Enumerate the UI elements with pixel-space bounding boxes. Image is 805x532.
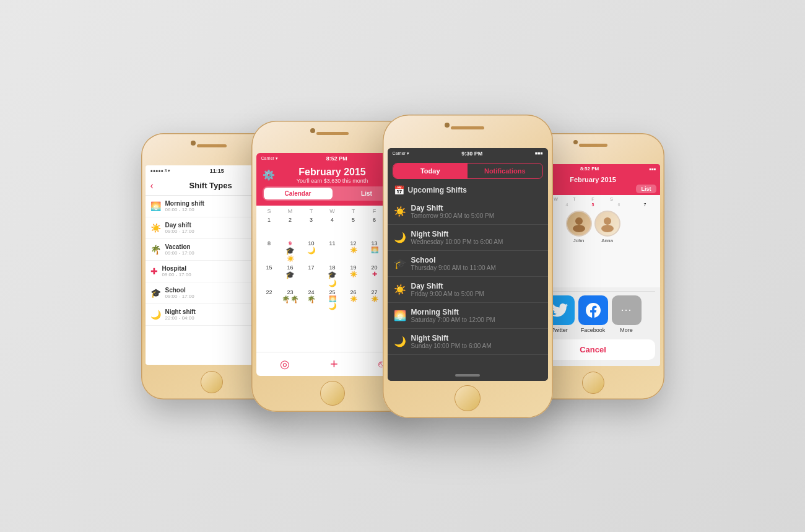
sun-icon-2: ☀️	[394, 284, 406, 295]
shift-time: Friday 9:00 AM to 5:00 PM	[411, 290, 484, 297]
time-phone1: 11:15	[210, 168, 224, 174]
shift-time: 22:00 - 04:00	[165, 315, 196, 321]
shift-name: Night Shift	[411, 230, 503, 238]
moon-icon-2: 🌙	[394, 336, 406, 347]
shift-time: Wednesday 10:00 PM to 6:00 AM	[411, 238, 503, 245]
shift-time: 09:00 - 17:00	[162, 272, 191, 277]
cal-day[interactable]: 25🌅🌙	[322, 289, 343, 312]
cal-day[interactable]: 11	[322, 240, 343, 263]
cal-day[interactable]: 16🎓	[280, 264, 301, 288]
page-title: Shift Types	[157, 181, 264, 190]
shift-name: School	[411, 256, 496, 264]
svg-point-0	[575, 217, 583, 225]
shift-name: Night Shift	[411, 334, 492, 342]
cal-day[interactable]: 19☀️	[343, 264, 364, 288]
shift-time: 09:00 - 17:00	[165, 250, 194, 256]
calendar-red-icon: 📅	[394, 185, 404, 195]
upcoming-shifts-list: ☀️ Day Shift Tomorrow 9:00 AM to 5:00 PM…	[388, 199, 548, 370]
today-notifications-tabs: Today Notifications	[393, 163, 543, 179]
shift-row-dayshift-2[interactable]: ☀️ Day Shift Friday 9:00 AM to 5:00 PM	[388, 277, 548, 303]
calendar-subtitle: You'll earn $3,630 this month	[297, 178, 368, 184]
cal-day[interactable]: 4	[322, 216, 343, 239]
person-name-anna: Anna	[601, 238, 613, 243]
cal-day[interactable]: 5	[343, 216, 364, 239]
cal-day[interactable]: 13🌅	[364, 240, 385, 263]
cal-day[interactable]: 22	[259, 289, 280, 312]
twitter-label: Twitter	[551, 327, 568, 333]
cal-day[interactable]: 2	[280, 216, 301, 239]
shift-name: Day Shift	[411, 282, 484, 290]
shift-name: Morning shift	[165, 200, 204, 207]
cal-day[interactable]: 1	[259, 216, 280, 239]
shift-name: Morning Shift	[411, 308, 495, 316]
cal-day[interactable]: 20✚	[364, 264, 385, 288]
upcoming-shifts-title: 📅 Upcoming Shifts	[388, 183, 548, 199]
phone3: Carrier ▾ 9:30 PM ■■■ Today Notification…	[383, 115, 553, 418]
status-bar-phone3: Carrier ▾ 9:30 PM ■■■	[388, 148, 548, 159]
shift-row-morning[interactable]: 🌅 Morning Shift Saturday 7:00 AM to 12:0…	[388, 303, 548, 329]
cal-day[interactable]: 12☀️	[343, 240, 364, 263]
vacation-icon: 🌴	[150, 245, 161, 255]
facebook-label: Facebook	[581, 327, 606, 333]
cal-day[interactable]: 23🌴🌴	[280, 289, 301, 312]
time-phone3: 9:30 PM	[461, 150, 482, 157]
sunrise-icon: 🌅	[394, 310, 406, 321]
back-button[interactable]: ‹	[150, 180, 154, 191]
shift-row-school[interactable]: 🎓 School Thursday 9:00 AM to 11:00 AM	[388, 251, 548, 277]
cal-day[interactable]: 10🌙	[301, 240, 322, 263]
shift-name: Day shift	[165, 222, 194, 229]
day-shift-icon: ☀️	[150, 223, 161, 233]
shift-row-dayshift-1[interactable]: ☀️ Day Shift Tomorrow 9:00 AM to 5:00 PM	[388, 199, 548, 225]
cal-day[interactable]: 8	[259, 240, 280, 263]
shift-time: Thursday 9:00 AM to 11:00 AM	[411, 264, 496, 271]
graduation-icon: 🎓	[394, 258, 406, 269]
history-icon[interactable]: ◎	[280, 357, 290, 371]
time-phone4: 8:52 PM	[580, 166, 599, 172]
school-icon: 🎓	[150, 288, 161, 298]
svg-point-2	[604, 217, 611, 225]
cal-day[interactable]: 15	[259, 264, 280, 288]
shift-time: 09:00 - 17:00	[165, 229, 194, 234]
calendar-month: February 2015	[297, 167, 368, 178]
cal-day[interactable]: 26☀️	[343, 289, 364, 312]
tab-calendar[interactable]: Calendar	[264, 188, 333, 199]
avatar-anna: Anna	[594, 211, 620, 243]
shift-time: 06:00 - 12:00	[165, 207, 204, 212]
shift-name: Hospital	[162, 265, 191, 272]
shift-name: Night shift	[165, 308, 196, 315]
avatar-john: John	[566, 211, 592, 243]
shift-time: Tomorrow 9:00 AM to 5:00 PM	[411, 212, 495, 219]
tab-today[interactable]: Today	[393, 164, 468, 178]
add-icon[interactable]: +	[330, 356, 338, 372]
shift-name: School	[165, 287, 194, 294]
settings-icon[interactable]: ⚙️	[263, 169, 275, 181]
svg-point-1	[573, 225, 585, 232]
svg-point-3	[601, 225, 614, 232]
shift-time: Saturday 7:00 AM to 12:00 PM	[411, 316, 495, 323]
person-name-john: John	[573, 238, 584, 243]
morning-shift-icon: 🌅	[150, 201, 161, 211]
shift-row-nightshift-1[interactable]: 🌙 Night Shift Wednesday 10:00 PM to 6:00…	[388, 225, 548, 251]
hospital-icon: ✚	[150, 266, 158, 276]
cal-day[interactable]: 24🌴	[301, 289, 322, 312]
shift-time: 09:00 - 17:00	[165, 294, 194, 299]
cal-day[interactable]: 17	[301, 264, 322, 288]
cal-day[interactable]: 18🎓🌙	[322, 264, 343, 288]
cal-day[interactable]: 9🎓☀️	[280, 240, 301, 263]
more-label: More	[620, 327, 633, 333]
sun-icon: ☀️	[394, 206, 406, 217]
cal-day[interactable]: 3	[301, 216, 322, 239]
night-shift-icon: 🌙	[150, 310, 161, 320]
shift-time: Sunday 10:00 PM to 6:00 AM	[411, 342, 492, 349]
moon-icon: 🌙	[394, 232, 406, 243]
shift-row-nightshift-2[interactable]: 🌙 Night Shift Sunday 10:00 PM to 6:00 AM	[388, 329, 548, 355]
shift-name: Day Shift	[411, 204, 495, 212]
time-phone2: 8:52 PM	[326, 155, 347, 162]
share-facebook[interactable]: Facebook	[578, 295, 608, 333]
shift-name: Vacation	[165, 243, 194, 250]
home-indicator	[388, 370, 548, 381]
cal-day[interactable]: 27☀️	[364, 289, 385, 312]
share-more[interactable]: ··· More	[612, 295, 642, 333]
tab-notifications[interactable]: Notifications	[468, 164, 542, 178]
cal-day[interactable]: 6	[364, 216, 385, 239]
